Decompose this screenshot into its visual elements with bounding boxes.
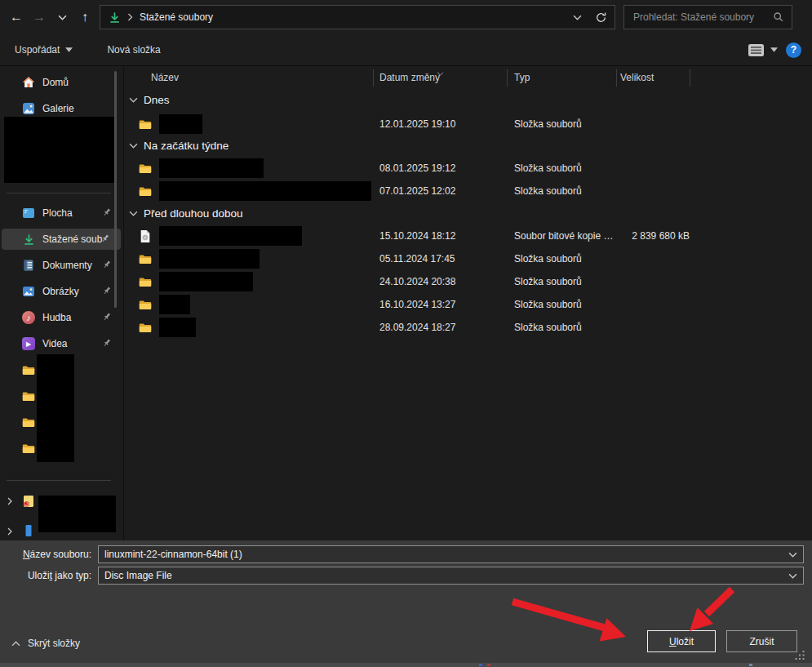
organize-button[interactable]: Uspořádat [15, 44, 73, 56]
file-row[interactable]: 24.10.2024 20:38 Složka souborů [125, 270, 812, 293]
sidebar-item-documents[interactable]: Dokumenty [0, 255, 122, 276]
new-folder-button[interactable]: Nová složka [107, 44, 160, 56]
breadcrumb[interactable]: Stažené soubory [140, 11, 213, 23]
folder-icon [139, 321, 152, 334]
file-row[interactable]: 07.01.2025 12:02 Složka souborů [125, 180, 812, 202]
file-date: 05.11.2024 17:45 [379, 247, 455, 270]
sidebar-item-label: Hudba [42, 312, 71, 323]
breadcrumb-chevron-icon[interactable] [127, 13, 133, 21]
save-dialog-footer: Název souboru: Uložit jako typ: Disc Ima… [0, 540, 812, 667]
combo-chevron-icon[interactable] [788, 573, 797, 579]
filename-input[interactable] [104, 549, 783, 560]
expand-chevron-icon[interactable] [6, 527, 16, 536]
column-header-date[interactable]: Datum změny [379, 72, 440, 83]
refresh-icon[interactable] [595, 11, 607, 24]
recent-locations-chevron-icon[interactable] [51, 6, 73, 29]
file-list: Název Datum změny Typ Velikost Dnes 12.0… [125, 67, 812, 540]
cancel-button[interactable]: Zrušit [726, 630, 797, 652]
file-row[interactable]: 16.10.2024 13:27 Složka souborů [125, 293, 812, 316]
file-date: 12.01.2025 19:10 [379, 113, 455, 136]
group-header-today[interactable]: Dnes [129, 91, 170, 108]
redacted-file-name [159, 272, 253, 291]
file-row[interactable]: 28.09.2024 18:27 Složka souborů [125, 316, 812, 339]
redacted-sidebar-block [4, 117, 114, 183]
sidebar-item-videos[interactable]: ▶ Videa [0, 333, 122, 354]
group-collapse-chevron-icon[interactable] [129, 211, 138, 216]
sidebar-item-pictures[interactable]: Obrázky [0, 281, 122, 302]
sidebar-item-desktop[interactable]: Plocha [0, 202, 122, 224]
navigation-pane: Domů Galerie Plocha [0, 67, 124, 540]
sidebar-item-music[interactable]: ♪ Hudba [0, 307, 122, 328]
filename-combo[interactable] [98, 545, 804, 563]
folder-icon [139, 162, 152, 175]
folder-icon [139, 298, 152, 311]
file-date: 08.01.2025 19:12 [379, 157, 455, 180]
save-button[interactable]: Uložit [647, 630, 716, 652]
organize-label: Uspořádat [15, 44, 60, 56]
hide-folders-label: Skrýt složky [28, 638, 80, 649]
search-input[interactable] [632, 11, 773, 24]
sidebar-divider [7, 193, 111, 193]
hide-folders-button[interactable]: Skrýt složky [11, 638, 80, 649]
file-type: Složka souborů [514, 157, 582, 180]
search-icon[interactable] [773, 11, 784, 23]
pictures-icon [22, 285, 35, 298]
column-separator[interactable] [373, 69, 374, 87]
group-header-earlier-this-week[interactable]: Na začátku týdne [129, 137, 229, 153]
expand-chevron-icon[interactable] [6, 496, 16, 506]
downloads-icon [22, 233, 35, 246]
redacted-folder-labels [37, 354, 74, 462]
folder-icon [22, 363, 35, 376]
pin-icon [100, 233, 110, 244]
file-type: Složka souborů [514, 316, 582, 339]
file-row[interactable]: 05.11.2024 17:45 Složka souborů [125, 247, 812, 270]
combo-chevron-icon[interactable] [788, 552, 797, 558]
group-collapse-chevron-icon[interactable] [129, 97, 138, 103]
group-label: Na začátku týdne [144, 140, 229, 152]
file-row[interactable]: 08.01.2025 19:12 Složka souborů [125, 157, 812, 180]
filetype-value: Disc Image File [104, 570, 783, 581]
group-collapse-chevron-icon[interactable] [129, 143, 138, 149]
pin-icon [101, 312, 112, 322]
sidebar-scrollbar[interactable] [114, 71, 117, 308]
filename-label: Název souboru: [0, 545, 91, 563]
background-window-edge [0, 663, 812, 667]
file-row[interactable]: 15.10.2024 18:12 Soubor bitové kopie … 2… [125, 225, 812, 247]
new-folder-label: Nová složka [107, 44, 160, 56]
folder-icon [22, 416, 35, 429]
file-type: Složka souborů [514, 270, 582, 293]
details-view-icon [748, 43, 765, 57]
group-header-long-ago[interactable]: Před dlouhou dobou [129, 205, 243, 221]
file-type: Složka souborů [514, 113, 582, 136]
group-label: Před dlouhou dobou [144, 207, 243, 220]
help-button[interactable]: ? [786, 42, 801, 58]
column-separator[interactable] [507, 69, 508, 87]
column-header-size[interactable]: Velikost [620, 72, 654, 83]
file-row[interactable]: 12.01.2025 19:10 Složka souborů [125, 113, 812, 136]
address-dropdown-chevron-icon[interactable] [573, 15, 582, 20]
address-bar[interactable]: Stažené soubory [100, 5, 615, 29]
column-header-name[interactable]: Název [151, 72, 179, 83]
column-header-type[interactable]: Typ [514, 72, 530, 83]
redacted-file-name [159, 114, 202, 134]
file-date: 15.10.2024 18:12 [379, 225, 455, 247]
pin-icon [101, 286, 112, 296]
command-toolbar: Uspořádat Nová složka ? [0, 34, 812, 66]
sidebar-item-downloads[interactable]: Stažené soub [2, 229, 121, 250]
search-box[interactable] [623, 5, 792, 29]
view-dropdown-icon [770, 47, 778, 52]
gallery-icon [22, 102, 35, 115]
resize-grip[interactable] [794, 650, 805, 664]
up-icon[interactable]: ↑ [73, 6, 96, 29]
sidebar-item-label: Galerie [42, 103, 74, 114]
sidebar-item-label: Dokumenty [42, 260, 92, 271]
column-separator[interactable] [616, 69, 617, 87]
file-date: 07.01.2025 12:02 [379, 180, 455, 202]
view-options-button[interactable] [748, 43, 778, 57]
this-pc-icon [22, 524, 35, 537]
back-icon[interactable]: ← [5, 6, 28, 29]
folder-icon [139, 275, 152, 288]
filetype-combo[interactable]: Disc Image File [98, 567, 804, 585]
column-separator[interactable] [690, 69, 690, 87]
sidebar-item-home[interactable]: Domů [0, 72, 122, 93]
